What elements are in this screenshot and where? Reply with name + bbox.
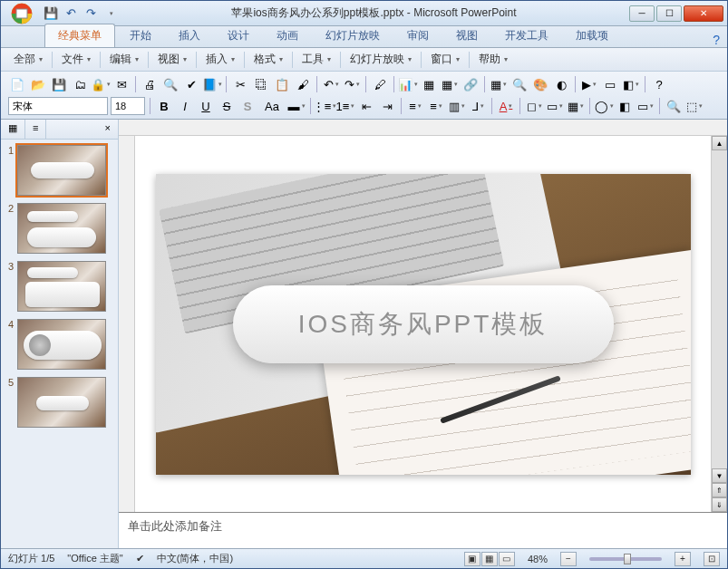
research-icon[interactable]: 📘 — [203, 75, 221, 93]
zoom-out-icon[interactable]: − — [560, 552, 577, 566]
layout-button[interactable]: ▦ — [567, 97, 585, 115]
menu-view[interactable]: 视图 — [152, 49, 192, 70]
menu-help[interactable]: 帮助 — [473, 49, 513, 70]
new-icon[interactable]: 📄 — [8, 75, 26, 93]
menu-all[interactable]: 全部 — [8, 49, 48, 70]
italic-button[interactable]: I — [176, 97, 194, 115]
email-icon[interactable]: ✉ — [112, 75, 131, 93]
redo-icon[interactable]: ↷ — [83, 5, 99, 22]
menu-edit[interactable]: 编辑 — [104, 49, 144, 70]
scrollbar-vertical[interactable]: ▲ ▼ ⇑ ⇓ — [711, 136, 727, 512]
tab-insert[interactable]: 插入 — [166, 24, 213, 47]
saveall-icon[interactable]: 🗂 — [71, 75, 89, 93]
format-icon[interactable]: 🖌 — [294, 75, 312, 93]
current-slide[interactable]: IOS商务风PPT模板 — [156, 174, 691, 475]
font-size-combo[interactable]: 18 — [111, 97, 145, 115]
underline-button[interactable]: U — [197, 97, 215, 115]
thumbnail-item[interactable]: 3 — [5, 261, 114, 312]
tab-addins[interactable]: 加载项 — [563, 24, 621, 47]
align-left-button[interactable]: ≡ — [406, 97, 424, 115]
thumbnail-item[interactable]: 5 — [5, 377, 114, 428]
paste-icon[interactable]: 📋 — [273, 75, 291, 93]
indent-dec-button[interactable]: ⇤ — [357, 97, 375, 115]
scroll-down-icon[interactable]: ▼ — [712, 468, 727, 483]
thumbnail-list[interactable]: 1 2 3 4 5 — [1, 140, 118, 548]
link-icon[interactable]: 🔗 — [461, 75, 480, 93]
outline-tab[interactable]: ≡ — [25, 120, 46, 139]
menu-slideshow[interactable]: 幻灯片放映 — [345, 49, 417, 70]
spellcheck-icon[interactable]: ✔ — [136, 553, 144, 564]
fit-window-icon[interactable]: ⊡ — [704, 552, 720, 566]
undo-icon[interactable]: ↶ — [322, 75, 340, 93]
tablestyle-icon[interactable]: ▦ — [441, 75, 459, 93]
tab-design[interactable]: 设计 — [215, 24, 262, 47]
save-icon[interactable]: 💾 — [43, 5, 59, 22]
macro-icon[interactable]: ▶ — [580, 75, 598, 93]
office-button[interactable] — [5, 2, 39, 25]
open-icon[interactable]: 📂 — [29, 75, 47, 93]
title-pill[interactable]: IOS商务风PPT模板 — [233, 285, 614, 363]
tab-slideshow[interactable]: 幻灯片放映 — [313, 24, 393, 47]
minimize-button[interactable]: ─ — [629, 5, 655, 22]
next-slide-icon[interactable]: ⇓ — [712, 497, 727, 512]
highlight-button[interactable]: ▬ — [287, 97, 306, 115]
strike-button[interactable]: S — [218, 97, 236, 115]
maximize-button[interactable]: ☐ — [656, 5, 682, 22]
bullets-button[interactable]: ⋮≡ — [315, 97, 334, 115]
sorter-view-icon[interactable]: ▦ — [481, 552, 498, 566]
help2-icon[interactable]: ? — [650, 75, 668, 93]
menu-format[interactable]: 格式 — [248, 49, 288, 70]
shape-style-button[interactable]: ◻ — [525, 97, 543, 115]
find-button[interactable]: 🔍 — [665, 97, 683, 115]
table-icon[interactable]: ▦ — [420, 75, 438, 93]
zoom-level[interactable]: 48% — [528, 554, 548, 564]
thumbnail-item[interactable]: 4 — [5, 319, 114, 370]
font-family-combo[interactable]: 宋体 — [8, 97, 108, 115]
help-icon[interactable]: ? — [713, 33, 720, 47]
bw-icon[interactable]: ◐ — [552, 75, 570, 93]
copy-icon[interactable]: ⿻ — [252, 75, 270, 93]
slide-thumbnail-3[interactable] — [17, 261, 106, 312]
permission-icon[interactable]: 🔒 — [92, 75, 110, 93]
prev-slide-icon[interactable]: ⇑ — [712, 483, 727, 497]
spell-icon[interactable]: ✔ — [182, 75, 200, 93]
gridlines-icon[interactable]: ▦ — [490, 75, 508, 93]
undo-icon[interactable]: ↶ — [63, 5, 79, 22]
cut-icon[interactable]: ✂ — [231, 75, 249, 93]
select-button[interactable]: ⬚ — [685, 97, 704, 115]
slideshow-view-icon[interactable]: ▭ — [499, 552, 515, 566]
ruler-horizontal[interactable] — [119, 120, 727, 136]
columns-button[interactable]: ▥ — [448, 97, 466, 115]
zoom-slider[interactable] — [589, 557, 662, 561]
tab-classic[interactable]: 经典菜单 — [44, 24, 115, 47]
changecase-button[interactable]: Aa — [259, 97, 285, 115]
save-icon[interactable]: 💾 — [50, 75, 68, 93]
menu-window[interactable]: 窗口 — [425, 49, 465, 70]
normal-view-icon[interactable]: ▣ — [464, 552, 480, 566]
slide-canvas[interactable]: IOS商务风PPT模板 — [135, 136, 711, 512]
shadow-button[interactable]: S — [238, 97, 257, 115]
color-icon[interactable]: 🎨 — [531, 75, 549, 93]
menu-file[interactable]: 文件 — [56, 49, 96, 70]
shapes-button[interactable]: ◯ — [595, 97, 613, 115]
tab-home[interactable]: 开始 — [117, 24, 164, 47]
close-panel-icon[interactable]: × — [98, 120, 118, 139]
font-color-button[interactable]: A — [497, 97, 515, 115]
thumbnail-item[interactable]: 2 — [5, 203, 114, 254]
preview-icon[interactable]: 🔍 — [161, 75, 180, 93]
zoom-icon[interactable]: 🔍 — [510, 75, 529, 93]
close-button[interactable]: ✕ — [684, 5, 723, 22]
thumbnail-item[interactable]: 1 — [5, 145, 114, 196]
bold-button[interactable]: B — [155, 97, 173, 115]
slides-tab[interactable]: ▦ — [1, 120, 25, 139]
tab-view[interactable]: 视图 — [443, 24, 490, 47]
qat-customize-icon[interactable] — [102, 5, 119, 22]
zoom-in-icon[interactable]: + — [675, 552, 691, 566]
arrange-icon[interactable]: ◧ — [622, 75, 640, 93]
numbering-button[interactable]: 1≡ — [336, 97, 354, 115]
print-icon[interactable]: 🖨 — [141, 75, 159, 93]
tab-animation[interactable]: 动画 — [264, 24, 311, 47]
textdir-button[interactable]: ⅃ — [469, 97, 487, 115]
menu-tools[interactable]: 工具 — [296, 49, 336, 70]
section-icon[interactable]: ▭ — [601, 75, 619, 93]
